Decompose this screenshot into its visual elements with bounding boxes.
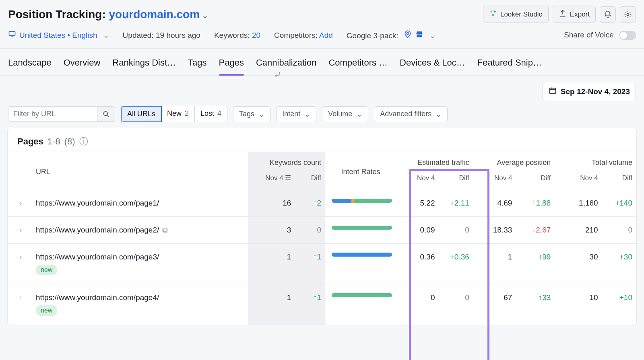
competitors-add[interactable]: Competitors: Add (274, 31, 333, 40)
subcol-kc-diff[interactable]: Diff (295, 171, 325, 190)
subcol-ap-date[interactable]: Nov 4 (473, 171, 516, 190)
search-icon[interactable] (97, 107, 115, 121)
intent-bar (332, 253, 392, 257)
google-3pack[interactable]: Google 3-pack: ⌄ (347, 30, 436, 40)
svg-rect-6 (549, 88, 555, 93)
subcol-tv-date[interactable]: Nov 4 (555, 171, 602, 190)
expand-icon[interactable]: › (20, 200, 22, 207)
col-total-volume[interactable]: Total volume (555, 152, 636, 171)
chevron-down-icon: ⌄ (436, 110, 442, 119)
date-row: Sep 12-Nov 4, 2023 (0, 76, 644, 106)
cell-tv: 1,160 (555, 190, 602, 217)
cell-ap: 1 (473, 244, 516, 284)
cell-et-diff: 0 (439, 217, 473, 244)
col-estimated-traffic[interactable]: Estimated traffic (396, 152, 473, 171)
info-icon[interactable]: ⓘ (79, 136, 88, 148)
svg-point-3 (627, 13, 629, 15)
seg-all-urls[interactable]: All URLs (121, 106, 162, 122)
tab-rankings-dist-[interactable]: Rankings Dist… (112, 58, 176, 75)
chevron-down-icon: ⌄ (103, 31, 109, 40)
tab-overview[interactable]: Overview (64, 58, 101, 75)
cell-et: 0 (396, 284, 439, 325)
cell-kc: 1 (248, 244, 295, 284)
cell-ap: 67 (473, 284, 516, 325)
col-keywords-count[interactable]: Keywords count (248, 152, 325, 171)
tab-tags[interactable]: Tags (188, 58, 206, 75)
svg-point-2 (492, 14, 494, 16)
cell-kc: 1 (248, 284, 295, 325)
sort-icon: ☰ (285, 174, 291, 182)
pin-icon (404, 31, 414, 40)
chevron-down-icon: ⌄ (429, 32, 436, 40)
share-of-voice: Share of Voice (564, 31, 636, 40)
sub-bar: United States • English ⌄ Updated: 19 ho… (0, 27, 644, 49)
svg-point-7 (103, 111, 107, 115)
pages-table: URL Keywords count Intent Rates Estimate… (8, 152, 636, 325)
subcol-kc-date[interactable]: Nov 4 ☰ (248, 171, 295, 190)
url-link[interactable]: https://www.yourdomain.com/page3/ (36, 253, 159, 261)
svg-rect-4 (9, 31, 15, 35)
new-badge: new (36, 265, 57, 275)
advanced-filters[interactable]: Advanced filters⌄ (374, 106, 448, 122)
external-link-icon[interactable]: ⧉ (162, 226, 168, 234)
col-average-position[interactable]: Average position (473, 152, 555, 171)
volume-filter[interactable]: Volume⌄ (322, 106, 368, 122)
cell-intent (325, 190, 396, 217)
tab-competitors-[interactable]: Competitors … (328, 58, 388, 75)
table-row: ›https://www.yourdomain.com/page1/16↑25.… (8, 190, 636, 217)
bell-icon[interactable] (600, 6, 616, 23)
url-link[interactable]: https://www.yourdomain.com/page1/ (36, 199, 159, 207)
intent-filter[interactable]: Intent⌄ (276, 106, 316, 122)
url-link[interactable]: https://www.yourdomain.com/page2/ (36, 226, 159, 234)
cell-ap: 4.69 (473, 190, 516, 217)
looker-studio-button[interactable]: Looker Studio (483, 6, 549, 23)
url-filter-input[interactable] (8, 107, 97, 121)
cell-tv-diff: +140 (602, 190, 636, 217)
col-url[interactable]: URL (8, 152, 248, 190)
tab-pages[interactable]: Pages (219, 58, 244, 75)
updated-label: Updated: 19 hours ago (123, 31, 200, 40)
svg-point-1 (494, 10, 496, 12)
seg-lost[interactable]: Lost4 (195, 106, 227, 122)
svg-point-0 (490, 10, 492, 12)
tab-landscape[interactable]: Landscape (8, 58, 52, 75)
subcol-et-diff[interactable]: Diff (439, 171, 473, 190)
intent-bar (332, 293, 392, 297)
table-row: ›https://www.yourdomain.com/page4/new1↑1… (8, 284, 636, 325)
cell-et: 0.09 (396, 217, 439, 244)
cell-ap: 18.33 (473, 217, 516, 244)
subcol-tv-diff[interactable]: Diff (602, 171, 636, 190)
tab-featured-snip-[interactable]: Featured Snip… (477, 58, 542, 75)
locale-selector[interactable]: United States • English ⌄ (8, 30, 109, 40)
domain-link[interactable]: yourdomain.com (109, 8, 200, 21)
expand-icon[interactable]: › (20, 226, 22, 234)
seg-new[interactable]: New2 (161, 106, 195, 122)
url-segment: All URLsNew2Lost4 (121, 106, 227, 122)
url-filter (8, 106, 115, 122)
page-title: Position Tracking: yourdomain.com⌄ (8, 8, 208, 21)
cell-et-diff: +0.36 (439, 244, 473, 284)
col-intent-rates[interactable]: Intent Rates (325, 152, 396, 190)
tags-filter[interactable]: Tags⌄ (233, 106, 270, 122)
new-badge: new (36, 305, 57, 316)
cell-tv-diff: +10 (602, 284, 636, 325)
expand-icon[interactable]: › (20, 253, 22, 261)
tab-devices-loc-[interactable]: Devices & Loc… (400, 58, 465, 75)
subcol-et-date[interactable]: Nov 4 (396, 171, 439, 190)
subcol-ap-diff[interactable]: Diff (516, 171, 555, 190)
table-row: ›https://www.yourdomain.com/page2/⧉300.0… (8, 217, 636, 244)
expand-icon[interactable]: › (20, 294, 22, 301)
chevron-down-icon[interactable]: ⌄ (202, 12, 208, 20)
export-button[interactable]: Export (553, 6, 596, 23)
chevron-down-icon: ⌄ (356, 110, 362, 119)
cell-tv: 10 (555, 284, 602, 325)
cell-ap-diff: ↑33 (516, 284, 555, 325)
tab-cannibalization[interactable]: Cannibalization (256, 58, 316, 75)
cell-kc: 16 (248, 190, 295, 217)
keywords-count[interactable]: Keywords: 20 (214, 31, 260, 40)
url-link[interactable]: https://www.yourdomain.com/page4/ (36, 293, 159, 302)
toggle-share-of-voice[interactable] (619, 31, 636, 40)
gear-icon[interactable] (620, 6, 636, 23)
date-range-picker[interactable]: Sep 12-Nov 4, 2023 (543, 83, 636, 100)
store-icon (415, 31, 425, 40)
